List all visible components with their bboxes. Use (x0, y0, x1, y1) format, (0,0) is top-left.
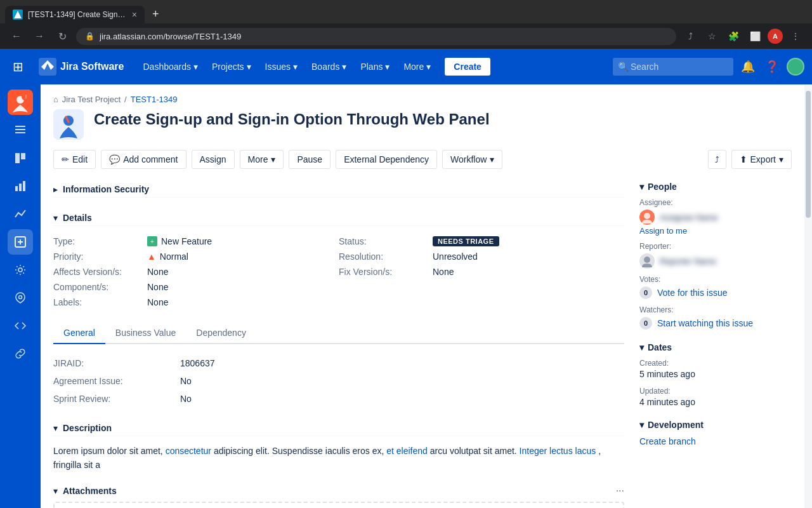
reporter-value: Reporter Name (639, 253, 792, 269)
create-button[interactable]: Create (445, 58, 490, 76)
more-button[interactable]: More ▾ (240, 150, 284, 169)
nav-dashboards[interactable]: Dashboards ▾ (136, 58, 204, 76)
description-toggle: ▾ (53, 423, 58, 433)
svg-rect-9 (19, 184, 22, 191)
scrollbar[interactable] (804, 84, 812, 508)
sidebar-analytics-icon[interactable] (8, 201, 33, 227)
affects-version-value: None (147, 267, 168, 277)
search-input[interactable] (613, 58, 733, 76)
description-link-1[interactable]: consectetur (166, 446, 211, 456)
help-icon[interactable]: ❓ (763, 57, 782, 76)
labels-label: Labels: (53, 297, 142, 307)
jira-logo[interactable]: Jira Software (34, 58, 129, 76)
share-nav-icon[interactable]: ⤴ (681, 27, 699, 45)
attachments-more-button[interactable]: ··· (616, 485, 624, 497)
back-button[interactable]: ← (8, 27, 25, 45)
nav-projects[interactable]: Projects ▾ (206, 58, 258, 76)
jira-app: ⊞ Jira Software Dashboards ▾ Projects ▾ … (0, 49, 812, 508)
drop-zone[interactable]: ☁ Drop files to attach, or browse (53, 502, 624, 508)
chrome-menu-icon[interactable]: ⋮ (787, 27, 804, 45)
sidebar-releases-icon[interactable] (8, 285, 33, 311)
workflow-button[interactable]: Workflow ▾ (442, 150, 502, 169)
content-sidebar: ▾ People Assignee: Assignee Name (639, 182, 792, 508)
jira-logo-icon (39, 58, 56, 76)
development-panel: ▾ Development Create branch (639, 420, 792, 446)
breadcrumb-project-link[interactable]: Jira Test Project (62, 95, 121, 104)
agreement-value: No (180, 376, 192, 386)
priority-row: Priority: ▲ Normal (53, 249, 339, 264)
tab-general[interactable]: General (53, 323, 105, 344)
fix-version-label: Fix Version/s: (339, 267, 428, 277)
top-nav-right: 🔍 🔔 ❓ (613, 57, 804, 76)
details-title: Details (63, 213, 92, 223)
updated-label: Updated: (639, 387, 792, 396)
assign-to-me-link[interactable]: Assign to me (639, 226, 792, 236)
description-header[interactable]: ▾ Description (53, 420, 624, 436)
assign-button[interactable]: Assign (192, 150, 235, 169)
external-dependency-button[interactable]: External Dependency (336, 150, 437, 169)
tab-close-button[interactable]: × (132, 10, 137, 20)
nav-boards[interactable]: Boards ▾ (305, 58, 353, 76)
main-content: ⌂ Jira Test Project / TEST1-1349 Create … (41, 84, 804, 508)
dates-toggle-icon: ▾ (639, 342, 644, 352)
export-button[interactable]: ⬆ Export ▾ (731, 150, 792, 169)
sidebar-link-icon[interactable] (8, 341, 33, 366)
search-icon: 🔍 (618, 62, 629, 72)
nav-plans[interactable]: Plans ▾ (354, 58, 396, 76)
extensions-icon[interactable]: 🧩 (724, 27, 742, 45)
add-comment-button[interactable]: 💬 Add comment (101, 150, 186, 169)
security-icon: 🔒 (85, 32, 95, 41)
edit-button[interactable]: ✏ Edit (53, 150, 96, 169)
sidebar-reports-icon[interactable] (8, 173, 33, 199)
description-link-3[interactable]: Integer lectus lacus (520, 446, 596, 456)
reload-button[interactable]: ↻ (53, 27, 71, 45)
priority-icon: ▲ (147, 251, 156, 262)
sidebar-project-icon[interactable]: ! (8, 90, 33, 115)
details-grid: Type: + New Feature Priority: ▲ (53, 234, 624, 310)
sidebar-issues-icon[interactable] (8, 229, 33, 255)
sidebar-toggle-icon[interactable]: ⬜ (746, 27, 764, 45)
reporter-field: Reporter: Reporter Name (639, 242, 792, 269)
breadcrumb-issue-key[interactable]: TEST1-1349 (131, 95, 178, 104)
labels-row: Labels: None (53, 295, 339, 310)
bookmark-icon[interactable]: ☆ (703, 27, 721, 45)
tab-business-value[interactable]: Business Value (105, 323, 186, 344)
notifications-icon[interactable]: 🔔 (738, 57, 757, 76)
action-bar: ✏ Edit 💬 Add comment Assign More ▾ Pause (53, 150, 792, 169)
active-tab[interactable]: [TEST1-1349] Create Sign-up an... × (5, 6, 145, 23)
pause-button[interactable]: Pause (289, 150, 331, 169)
description-link-2[interactable]: et eleifend (386, 446, 428, 456)
sidebar-backlog-icon[interactable] (8, 117, 33, 143)
jiraid-field: JIRAID: 1806637 (53, 354, 624, 372)
sidebar-settings-icon[interactable] (8, 257, 33, 283)
watch-link[interactable]: Start watching this issue (657, 318, 753, 328)
breadcrumb: ⌂ Jira Test Project / TEST1-1349 (53, 95, 792, 104)
new-tab-button[interactable]: + (147, 5, 164, 23)
user-avatar-chrome[interactable]: A (768, 29, 783, 44)
nav-more[interactable]: More ▾ (397, 58, 437, 76)
share-icon: ⤴ (715, 155, 719, 164)
user-avatar-nav[interactable] (787, 58, 804, 76)
resolution-value: Unresolved (433, 251, 478, 262)
nav-issues[interactable]: Issues ▾ (259, 58, 304, 76)
breadcrumb-project: ⌂ (53, 95, 58, 104)
development-title: ▾ Development (639, 420, 792, 430)
search-wrap: 🔍 (613, 58, 733, 76)
tab-dependency[interactable]: Dependency (186, 323, 256, 344)
svg-point-13 (19, 296, 22, 299)
dates-panel: ▾ Dates Created: 5 minutes ago Updated: … (639, 342, 792, 407)
updated-field: Updated: 4 minutes ago (639, 387, 792, 407)
chevron-more-action: ▾ (271, 154, 275, 164)
address-bar[interactable]: 🔒 jira.atlassian.com/browse/TEST1-1349 (76, 28, 676, 45)
details-header[interactable]: ▾ Details (53, 210, 624, 226)
vote-link[interactable]: Vote for this issue (657, 288, 728, 298)
assignee-name: Assignee Name (660, 213, 718, 222)
info-security-header[interactable]: ▸ Information Security (53, 182, 624, 197)
grid-icon[interactable]: ⊞ (8, 54, 29, 79)
share-button[interactable]: ⤴ (708, 150, 726, 169)
forward-button[interactable]: → (30, 27, 48, 45)
sidebar-code-icon[interactable] (8, 313, 33, 338)
create-branch-link[interactable]: Create branch (639, 436, 696, 446)
sidebar-board-icon[interactable] (8, 145, 33, 171)
jiraid-label: JIRAID: (53, 358, 180, 368)
